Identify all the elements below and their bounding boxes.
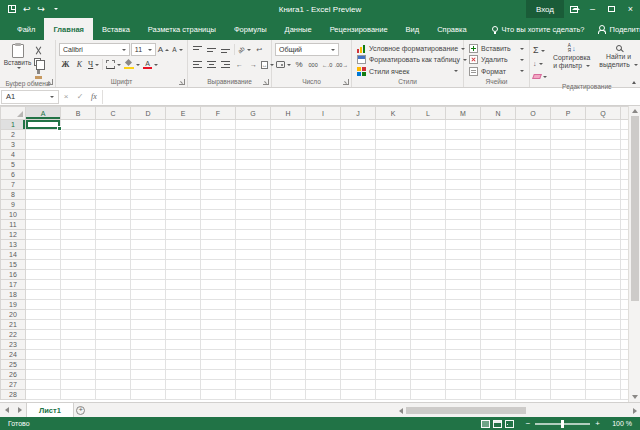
cell-H12[interactable] [271,230,306,240]
cell-F10[interactable] [201,210,236,220]
cell-O1[interactable] [516,120,551,130]
cell-P24[interactable] [551,350,586,360]
cell-P23[interactable] [551,340,586,350]
cell-C26[interactable] [96,370,131,380]
row-header-14[interactable]: 14 [1,250,26,260]
cell-B18[interactable] [61,290,96,300]
cell-F17[interactable] [201,280,236,290]
column-header-N[interactable]: N [481,107,516,120]
column-header-H[interactable]: H [271,107,306,120]
cell-I28[interactable] [306,390,341,400]
row-header-8[interactable]: 8 [1,190,26,200]
cell-O11[interactable] [516,220,551,230]
cell-Q20[interactable] [586,310,621,320]
percent-style-button[interactable]: % [293,58,306,71]
cell-F13[interactable] [201,240,236,250]
cell-D25[interactable] [131,360,166,370]
cell-D11[interactable] [131,220,166,230]
cell-Q6[interactable] [586,170,621,180]
cell-K22[interactable] [376,330,411,340]
cell-L2[interactable] [411,130,446,140]
zoom-slider[interactable] [535,423,590,425]
cell-K5[interactable] [376,160,411,170]
cell-A20[interactable] [26,310,61,320]
cell-G26[interactable] [236,370,271,380]
cell-B28[interactable] [61,390,96,400]
cell-O7[interactable] [516,180,551,190]
cell-I11[interactable] [306,220,341,230]
cell-C9[interactable] [96,200,131,210]
cell-L1[interactable] [411,120,446,130]
italic-button[interactable]: К [73,58,86,71]
underline-button[interactable]: Ч [87,58,100,71]
vertical-scrollbar[interactable] [628,106,640,402]
cell-K20[interactable] [376,310,411,320]
cell-A18[interactable] [26,290,61,300]
cell-K3[interactable] [376,140,411,150]
cell-O10[interactable] [516,210,551,220]
cell-H9[interactable] [271,200,306,210]
row-header-27[interactable]: 27 [1,380,26,390]
cell-F3[interactable] [201,140,236,150]
cell-L20[interactable] [411,310,446,320]
cell-G25[interactable] [236,360,271,370]
row-header-3[interactable]: 3 [1,140,26,150]
cell-H8[interactable] [271,190,306,200]
cell-H2[interactable] [271,130,306,140]
cell-M23[interactable] [446,340,481,350]
cell-P8[interactable] [551,190,586,200]
cell-A25[interactable] [26,360,61,370]
cell-L17[interactable] [411,280,446,290]
align-center-button[interactable] [205,58,218,71]
font-color-button[interactable]: А [142,58,159,71]
cell-B6[interactable] [61,170,96,180]
cell-K11[interactable] [376,220,411,230]
cell-Q28[interactable] [586,390,621,400]
cell-I12[interactable] [306,230,341,240]
cell-D23[interactable] [131,340,166,350]
cell-P14[interactable] [551,250,586,260]
tab-data[interactable]: Данные [276,18,321,40]
cell-A12[interactable] [26,230,61,240]
cell-O22[interactable] [516,330,551,340]
cell-F16[interactable] [201,270,236,280]
cell-E13[interactable] [166,240,201,250]
cell-J9[interactable] [341,200,376,210]
cell-J23[interactable] [341,340,376,350]
cell-A5[interactable] [26,160,61,170]
cell-L4[interactable] [411,150,446,160]
cell-J12[interactable] [341,230,376,240]
cell-G13[interactable] [236,240,271,250]
cell-J26[interactable] [341,370,376,380]
cell-A26[interactable] [26,370,61,380]
cell-L13[interactable] [411,240,446,250]
cell-N28[interactable] [481,390,516,400]
cell-O25[interactable] [516,360,551,370]
cell-C4[interactable] [96,150,131,160]
cell-G5[interactable] [236,160,271,170]
cell-P2[interactable] [551,130,586,140]
cell-I22[interactable] [306,330,341,340]
cell-B13[interactable] [61,240,96,250]
cell-O18[interactable] [516,290,551,300]
cell-O6[interactable] [516,170,551,180]
cell-J8[interactable] [341,190,376,200]
cell-E4[interactable] [166,150,201,160]
cell-Q24[interactable] [586,350,621,360]
share-button[interactable]: Поделиться [585,18,640,40]
cell-G23[interactable] [236,340,271,350]
cell-P4[interactable] [551,150,586,160]
cell-Q23[interactable] [586,340,621,350]
row-header-9[interactable]: 9 [1,200,26,210]
cell-E16[interactable] [166,270,201,280]
cell-J3[interactable] [341,140,376,150]
cell-E3[interactable] [166,140,201,150]
cell-Q8[interactable] [586,190,621,200]
column-header-E[interactable]: E [166,107,201,120]
cell-I23[interactable] [306,340,341,350]
name-box[interactable]: A1 [1,90,59,104]
row-header-25[interactable]: 25 [1,360,26,370]
cell-G6[interactable] [236,170,271,180]
cell-N24[interactable] [481,350,516,360]
cell-J28[interactable] [341,390,376,400]
